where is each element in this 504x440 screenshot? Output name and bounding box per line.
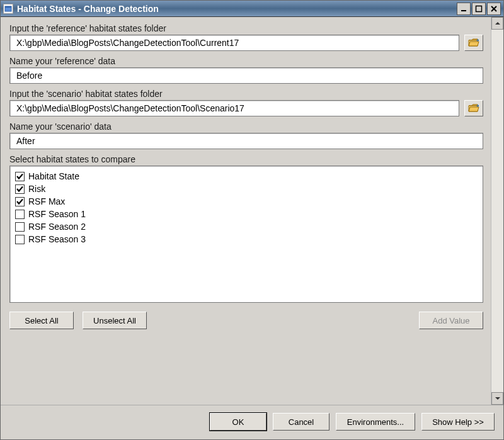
checkbox-unchecked-icon[interactable]	[15, 210, 25, 219]
svg-rect-2	[461, 10, 466, 11]
compare-item-label: Habitat State	[28, 171, 79, 181]
scroll-track[interactable]	[491, 30, 503, 392]
checkbox-unchecked-icon[interactable]	[15, 222, 25, 232]
compare-item[interactable]: Risk	[15, 183, 478, 195]
dialog-footer: OK Cancel Environments... Show Help >>	[1, 405, 503, 439]
scenario-name-group: Name your 'scenario' data	[9, 121, 491, 149]
titlebar: Habitat States - Change Detection	[1, 1, 503, 17]
compare-item-label: RSF Season 3	[28, 234, 86, 244]
svg-rect-1	[5, 6, 11, 8]
show-help-button[interactable]: Show Help >>	[421, 413, 495, 431]
app-icon	[3, 4, 13, 14]
compare-item-label: RSF Season 1	[28, 209, 86, 219]
client-area: Input the 'reference' habitat states fol…	[1, 17, 503, 405]
checkbox-checked-icon[interactable]	[15, 184, 25, 194]
reference-name-group: Name your 'reference' data	[9, 56, 491, 84]
svg-rect-3	[476, 6, 482, 11]
scenario-folder-input[interactable]	[9, 100, 459, 116]
folder-open-icon	[468, 104, 479, 113]
ok-button[interactable]: OK	[210, 413, 266, 431]
chevron-up-icon	[495, 20, 501, 26]
close-button[interactable]	[487, 3, 501, 15]
compare-item[interactable]: RSF Season 1	[15, 208, 478, 220]
compare-item-label: Risk	[28, 184, 45, 194]
chevron-down-icon	[495, 395, 501, 402]
scenario-name-label: Name your 'scenario' data	[9, 121, 491, 132]
checkbox-checked-icon[interactable]	[15, 197, 25, 206]
scenario-folder-label: Input the 'scenario' habitat states fold…	[9, 89, 491, 99]
list-button-row: Select All Unselect All Add Value	[9, 312, 491, 329]
reference-folder-input[interactable]	[9, 35, 459, 51]
scroll-up-button[interactable]	[491, 17, 503, 30]
reference-folder-group: Input the 'reference' habitat states fol…	[9, 23, 491, 51]
scenario-name-input[interactable]	[9, 133, 483, 149]
dialog-window: Habitat States - Change Detection Input …	[0, 0, 504, 440]
compare-item[interactable]: RSF Season 3	[15, 233, 478, 245]
form-area: Input the 'reference' habitat states fol…	[1, 17, 491, 405]
compare-listbox[interactable]: Habitat StateRiskRSF MaxRSF Season 1RSF …	[9, 166, 483, 303]
compare-label: Select habitat states to compare	[9, 154, 491, 164]
minimize-button[interactable]	[457, 3, 471, 15]
compare-item[interactable]: RSF Max	[15, 195, 478, 208]
add-value-button: Add Value	[419, 312, 483, 329]
checkbox-checked-icon[interactable]	[15, 172, 25, 181]
compare-item-label: RSF Season 2	[28, 222, 86, 232]
compare-item[interactable]: RSF Season 2	[15, 220, 478, 233]
scroll-down-button[interactable]	[491, 392, 503, 405]
reference-folder-label: Input the 'reference' habitat states fol…	[9, 23, 491, 33]
compare-item[interactable]: Habitat State	[15, 170, 478, 183]
browse-scenario-folder-button[interactable]	[464, 100, 483, 116]
reference-name-input[interactable]	[9, 67, 483, 84]
unselect-all-button[interactable]: Unselect All	[83, 312, 147, 329]
maximize-button[interactable]	[472, 3, 486, 15]
compare-group: Select habitat states to compare Habitat…	[9, 154, 491, 303]
browse-reference-folder-button[interactable]	[464, 35, 483, 51]
reference-name-label: Name your 'reference' data	[9, 56, 491, 66]
scenario-folder-group: Input the 'scenario' habitat states fold…	[9, 89, 491, 116]
select-all-button[interactable]: Select All	[9, 312, 74, 329]
checkbox-unchecked-icon[interactable]	[15, 235, 25, 244]
folder-open-icon	[468, 38, 479, 47]
vertical-scrollbar[interactable]	[491, 17, 503, 405]
environments-button[interactable]: Environments...	[336, 413, 415, 431]
window-title: Habitat States - Change Detection	[17, 4, 455, 14]
cancel-button[interactable]: Cancel	[273, 413, 329, 431]
compare-item-label: RSF Max	[28, 196, 65, 206]
